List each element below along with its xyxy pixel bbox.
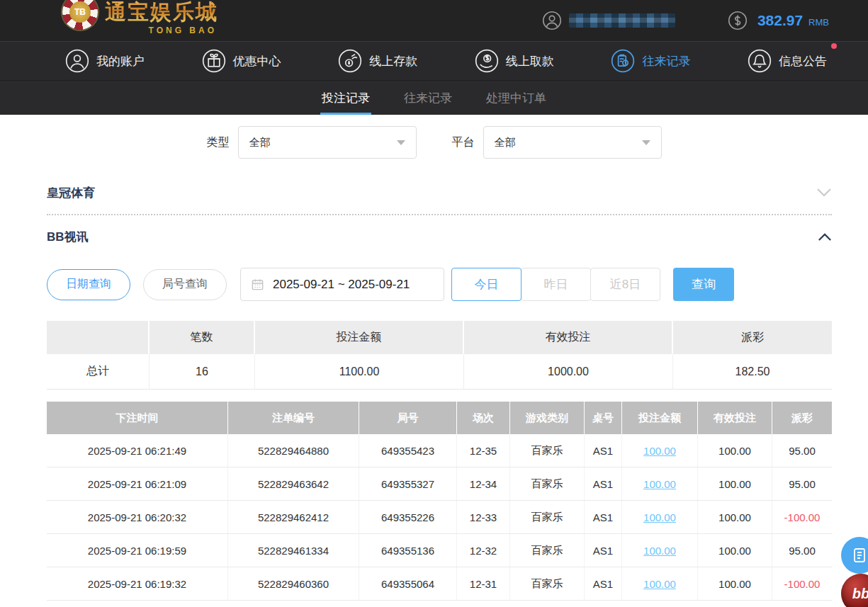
bet-amount-link[interactable]: 100.00 (643, 445, 676, 457)
cell-payout: -100.00 (772, 567, 832, 600)
tab-pending-orders[interactable]: 处理中订单 (485, 81, 548, 115)
top-header: TB 通宝娱乐城 TONG BAO 382.97 RMB (0, 0, 868, 41)
cell-payout: 95.00 (772, 534, 832, 567)
tab-bet-records[interactable]: 投注记录 (320, 81, 371, 115)
bet-amount-link[interactable]: 100.00 (643, 478, 676, 490)
nav-item-withdraw[interactable]: 线上取款 (475, 49, 554, 73)
summary-total-label: 总计 (47, 354, 150, 390)
table-row: 2025-09-21 06:21:49522829464880649355423… (47, 434, 832, 467)
user-icon (542, 11, 562, 30)
cell-time: 2025-09-21 06:21:09 (47, 467, 228, 500)
cell-valid: 100.00 (698, 534, 772, 567)
nav-item-records[interactable]: 往来记录 (611, 49, 690, 73)
cell-game: 百家乐 (510, 567, 585, 600)
cell-payout: 95.00 (772, 467, 832, 500)
cell-session: 12-31 (457, 567, 510, 600)
round-query-button[interactable]: 局号查询 (143, 269, 227, 300)
cell-payout: -100.00 (772, 501, 832, 533)
gift-icon (202, 49, 226, 73)
cell-payout: 95.00 (772, 434, 832, 467)
user-account[interactable] (542, 11, 675, 30)
chevron-down-icon (397, 140, 405, 145)
main-nav: 我的账户 优惠中心 线上存款 线上取款 往来记录 (0, 41, 868, 80)
nav-item-announcements[interactable]: 信息公告 (748, 49, 827, 73)
bet-amount-link[interactable]: 100.00 (643, 545, 676, 557)
column-header: 桌号 (585, 402, 622, 434)
table-row: 2025-09-21 06:20:32522829462412649355226… (47, 501, 832, 534)
cell-round: 649355136 (359, 534, 457, 567)
cell-session: 12-34 (457, 467, 510, 500)
cell-round: 649355226 (359, 501, 457, 533)
username-censored (569, 13, 675, 28)
platform-filter-label: 平台 (452, 135, 475, 150)
balance-amount: 382.97 (757, 12, 803, 29)
summary-total-row: 总计 16 1100.00 1000.00 182.50 (47, 354, 832, 390)
date-query-button[interactable]: 日期查询 (47, 269, 130, 300)
platform-select[interactable]: 全部 (483, 126, 662, 159)
cell-game: 百家乐 (510, 467, 585, 500)
cell-valid: 100.00 (698, 567, 772, 600)
section-bb-video: BB视讯 (47, 215, 832, 258)
table-header-row: 下注时间注单编号局号场次游戏类别桌号投注金额有效投注派彩 (47, 402, 832, 434)
quick-last8days-button[interactable]: 近8日 (590, 268, 660, 301)
cell-table: AS1 (585, 534, 622, 567)
summary-table: 笔数 投注金额 有效投注 派彩 总计 16 1100.00 1000.00 18… (47, 321, 832, 390)
column-header: 投注金额 (622, 402, 698, 434)
chevron-up-icon (818, 232, 832, 242)
logo-subtitle: TONG BAO (149, 25, 217, 35)
quick-today-button[interactable]: 今日 (451, 268, 522, 301)
cell-valid: 100.00 (698, 434, 772, 467)
cell-session: 12-32 (457, 534, 510, 567)
quick-yesterday-button[interactable]: 昨日 (521, 268, 591, 301)
nav-item-promotions[interactable]: 优惠中心 (202, 49, 281, 73)
withdraw-icon (475, 49, 499, 73)
cell-table: AS1 (585, 434, 622, 467)
cell-amount: 100.00 (622, 467, 698, 500)
records-icon (611, 49, 635, 73)
main-content: 类型 全部 平台 全部 皇冠体育 BB视讯 (0, 115, 868, 607)
filter-row: 类型 全部 平台 全部 (0, 126, 868, 159)
bet-amount-link[interactable]: 100.00 (643, 511, 676, 523)
cell-game: 百家乐 (510, 534, 585, 567)
logo-title: 通宝娱乐城 (105, 0, 218, 27)
cell-round: 649355423 (359, 434, 457, 467)
column-header: 派彩 (772, 402, 832, 434)
site-logo[interactable]: TB 通宝娱乐城 TONG BAO (62, 0, 218, 30)
summary-bet-amount: 1100.00 (255, 354, 464, 390)
bet-records-table: 下注时间注单编号局号场次游戏类别桌号投注金额有效投注派彩 2025-09-21 … (47, 402, 832, 601)
deposit-icon (338, 49, 362, 73)
cell-slip: 522829461334 (228, 534, 359, 567)
cell-session: 12-35 (457, 434, 510, 467)
cell-slip: 522829463642 (228, 467, 359, 500)
section-crown-sports: 皇冠体育 (47, 171, 832, 215)
document-icon (851, 547, 868, 564)
cell-time: 2025-09-21 06:20:32 (47, 501, 228, 533)
section-crown-sports-header[interactable]: 皇冠体育 (47, 171, 832, 214)
column-header: 局号 (359, 402, 457, 434)
cell-valid: 100.00 (698, 467, 772, 500)
summary-valid-bet: 1000.00 (464, 354, 673, 390)
nav-item-deposit[interactable]: 线上存款 (338, 49, 417, 73)
notification-dot (831, 43, 837, 49)
cell-amount: 100.00 (622, 434, 698, 467)
cell-table: AS1 (585, 567, 622, 600)
calendar-icon (251, 278, 264, 291)
summary-count: 16 (150, 354, 255, 390)
cell-amount: 100.00 (622, 567, 698, 600)
section-bb-video-header[interactable]: BB视讯 (47, 215, 832, 258)
column-header: 注单编号 (228, 402, 359, 434)
date-range-input[interactable]: 2025-09-21 ~ 2025-09-21 (240, 268, 444, 301)
search-button[interactable]: 查询 (673, 268, 734, 301)
column-header: 游戏类别 (510, 402, 585, 434)
type-select[interactable]: 全部 (238, 126, 417, 159)
balance[interactable]: 382.97 RMB (757, 12, 829, 29)
cell-game: 百家乐 (510, 434, 585, 467)
column-header: 有效投注 (698, 402, 772, 434)
bet-amount-link[interactable]: 100.00 (643, 578, 676, 590)
type-filter-label: 类型 (207, 135, 230, 150)
nav-item-account[interactable]: 我的账户 (65, 49, 145, 73)
cell-amount: 100.00 (622, 501, 698, 533)
cell-table: AS1 (585, 467, 622, 500)
tab-transaction-records[interactable]: 往来记录 (402, 81, 453, 115)
cell-valid: 100.00 (698, 501, 772, 533)
